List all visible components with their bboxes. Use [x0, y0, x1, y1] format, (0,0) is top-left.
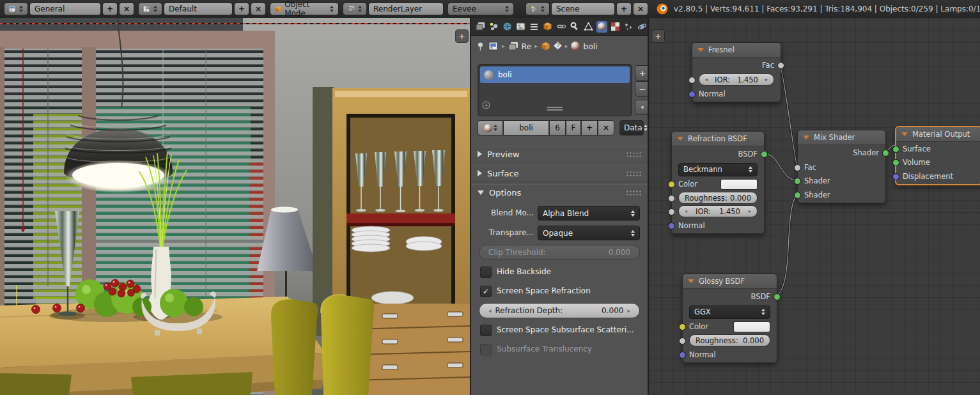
node-fresnel[interactable]: Fresnel Fac ◂ IOR: 1.450 ▸ Normal [692, 42, 781, 102]
viewport-sidebar-toggle[interactable]: + [455, 29, 469, 43]
add-scene-button[interactable]: + [616, 3, 632, 15]
node-header[interactable]: Glossy BSDF [683, 274, 777, 289]
socket-roughness-input[interactable] [679, 337, 686, 345]
tab-view-layer[interactable] [475, 21, 485, 33]
socket-normal-input[interactable] [668, 222, 675, 229]
input-fac: Fac [798, 160, 885, 174]
color-swatch[interactable] [720, 179, 758, 190]
socket-surface-input[interactable] [892, 146, 899, 153]
node-header[interactable]: Material Output [896, 127, 980, 142]
socket-bsdf-output[interactable] [761, 151, 768, 158]
delete-layout-button[interactable]: × [251, 3, 266, 15]
tab-output[interactable] [529, 21, 540, 33]
workspace-type-button[interactable] [4, 3, 28, 15]
workspace-name-field[interactable]: General [29, 3, 101, 15]
view-layer-field[interactable]: RenderLayer [368, 3, 444, 15]
distribution-dropdown[interactable]: Beckmann [678, 163, 758, 176]
new-material-button[interactable]: + [581, 120, 598, 136]
list-resize-handle[interactable] [547, 107, 563, 111]
collapse-triangle-icon[interactable] [697, 48, 704, 52]
socket-color-input[interactable] [668, 181, 675, 188]
delete-workspace-button[interactable]: × [119, 3, 134, 15]
socket-shader1-input[interactable] [794, 178, 801, 185]
tab-modifiers[interactable] [570, 21, 580, 33]
roughness-slider[interactable]: Roughness: 0.000 [689, 334, 770, 346]
socket-shader-output[interactable] [882, 150, 889, 157]
screen-space-refraction-checkbox[interactable]: ✓ [480, 286, 492, 297]
node-mix-shader[interactable]: Mix Shader Shader Fac Shader Shader [797, 130, 886, 203]
node-header[interactable]: Refraction BSDF [672, 132, 764, 146]
refraction-depth-slider[interactable]: ◂ Refraction Depth: 0.000 ▸ [479, 303, 640, 318]
shader-node-editor[interactable]: + Fresnel Fac ◂ IOR: 1.450 ▸ [648, 18, 980, 395]
add-workspace-button[interactable]: + [102, 3, 118, 15]
socket-roughness-input[interactable] [668, 195, 675, 202]
view-layer-icon-button[interactable] [343, 3, 367, 15]
link-source-dropdown[interactable]: Data [619, 120, 644, 136]
panel-grip[interactable] [626, 151, 641, 157]
tab-particles[interactable] [624, 21, 634, 33]
panel-surface[interactable]: Surface [471, 165, 648, 182]
tab-constraints[interactable] [556, 21, 566, 33]
tab-world[interactable] [502, 21, 512, 33]
material-name-field[interactable]: boli [503, 120, 549, 136]
id-type-icon[interactable] [488, 41, 499, 51]
node-header[interactable]: Mix Shader [798, 130, 885, 145]
collapse-triangle-icon[interactable] [677, 137, 683, 141]
collapse-triangle-icon[interactable] [803, 136, 809, 139]
unlink-material-button[interactable]: × [598, 120, 614, 136]
socket-fac-output[interactable] [777, 62, 784, 69]
socket-displacement-input[interactable] [892, 173, 899, 180]
layout-name-field[interactable]: Default [164, 3, 233, 15]
socket-fac-input[interactable] [794, 164, 801, 171]
collapse-triangle-icon[interactable] [901, 132, 908, 136]
users-count-button[interactable]: 6 [549, 120, 566, 136]
blend-mode-dropdown[interactable]: Alpha Blend [538, 206, 640, 221]
tab-scene[interactable] [488, 21, 499, 33]
panel-grip[interactable] [626, 171, 641, 176]
node-material-output[interactable]: Material Output Surface Volume Displacem… [895, 126, 980, 185]
scene-name-field[interactable]: Scene [551, 3, 615, 15]
object-mode-cube-icon [275, 5, 282, 13]
socket-ior-input[interactable] [668, 208, 675, 215]
layout-type-button[interactable] [138, 3, 162, 15]
socket-bsdf-output[interactable] [774, 293, 781, 300]
socket-shader2-input[interactable] [794, 192, 801, 199]
socket-color-input[interactable] [679, 323, 686, 330]
tab-object-data[interactable] [583, 21, 593, 33]
color-swatch[interactable] [733, 321, 770, 332]
socket-volume-input[interactable] [892, 159, 899, 166]
viewport-3d[interactable]: + [0, 18, 470, 395]
panel-grip[interactable] [626, 190, 641, 196]
mode-dropdown[interactable]: Object Mode [270, 3, 339, 15]
tab-render[interactable] [515, 21, 525, 33]
material-slot-selected[interactable]: boli [480, 66, 630, 83]
subsurface-scattering-checkbox[interactable] [480, 325, 492, 336]
tab-material[interactable] [596, 21, 607, 33]
fake-user-button[interactable]: F [566, 120, 581, 136]
node-header[interactable]: Fresnel [692, 43, 781, 58]
scene-icon-button[interactable] [525, 3, 550, 15]
socket-ior-input[interactable] [688, 77, 696, 84]
pin-icon[interactable] [476, 42, 485, 51]
panel-preview[interactable]: Preview [471, 146, 648, 162]
socket-normal-input[interactable] [679, 352, 686, 359]
node-refraction-bsdf[interactable]: Refraction BSDF BSDF Beckmann Color [671, 131, 765, 234]
ior-slider[interactable]: ◂ IOR: 1.450 ▸ [678, 205, 758, 217]
tab-object[interactable] [543, 21, 553, 33]
delete-scene-button[interactable]: × [633, 3, 648, 15]
distribution-dropdown[interactable]: GGX [689, 306, 770, 319]
panel-options[interactable]: Options [471, 184, 648, 201]
roughness-slider[interactable]: Roughness: 0.000 [678, 192, 758, 204]
tab-texture[interactable] [611, 21, 621, 33]
node-glossy-bsdf[interactable]: Glossy BSDF BSDF GGX Color Roughne [682, 274, 777, 363]
collapse-triangle-icon[interactable] [688, 279, 694, 283]
tab-physics[interactable] [637, 21, 648, 33]
render-engine-dropdown[interactable]: Eevee [447, 3, 514, 15]
transparency-dropdown[interactable]: Opaque [538, 226, 640, 240]
blender-logo [656, 3, 669, 15]
ior-slider[interactable]: ◂ IOR: 1.450 ▸ [699, 74, 774, 86]
hide-backside-checkbox[interactable] [480, 267, 492, 278]
browse-material-button[interactable] [478, 120, 503, 136]
socket-normal-input[interactable] [688, 91, 696, 98]
add-layout-button[interactable]: + [234, 3, 249, 15]
